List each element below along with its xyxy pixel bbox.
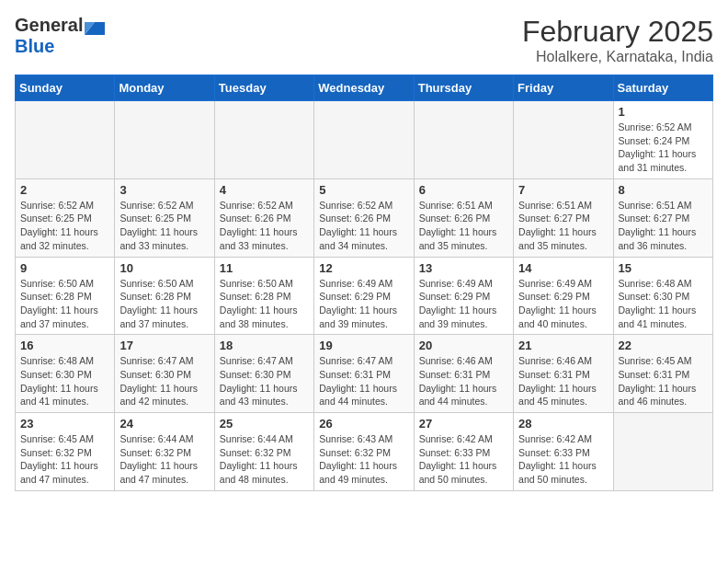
calendar-week-row: 1Sunrise: 6:52 AM Sunset: 6:24 PM Daylig… — [16, 101, 713, 179]
logo-blue: Blue — [15, 36, 105, 57]
calendar-cell: 22Sunrise: 6:45 AM Sunset: 6:31 PM Dayli… — [613, 335, 712, 413]
col-header-saturday: Saturday — [613, 75, 712, 101]
day-info: Sunrise: 6:51 AM Sunset: 6:27 PM Dayligh… — [619, 199, 708, 253]
calendar-cell: 2Sunrise: 6:52 AM Sunset: 6:25 PM Daylig… — [16, 178, 115, 257]
day-number: 2 — [20, 183, 109, 197]
calendar-week-row: 23Sunrise: 6:45 AM Sunset: 6:32 PM Dayli… — [16, 413, 713, 491]
day-number: 8 — [619, 183, 708, 197]
calendar-cell: 1Sunrise: 6:52 AM Sunset: 6:24 PM Daylig… — [613, 101, 712, 179]
day-number: 5 — [319, 183, 408, 197]
calendar-header-row: SundayMondayTuesdayWednesdayThursdayFrid… — [16, 75, 713, 101]
calendar-cell — [414, 101, 513, 179]
day-number: 18 — [220, 339, 309, 352]
calendar-cell: 15Sunrise: 6:48 AM Sunset: 6:30 PM Dayli… — [613, 257, 712, 335]
day-number: 15 — [619, 261, 708, 275]
day-info: Sunrise: 6:47 AM Sunset: 6:30 PM Dayligh… — [119, 354, 209, 408]
title-block: February 2025 Holalkere, Karnataka, Indi… — [522, 15, 713, 65]
calendar-cell: 10Sunrise: 6:50 AM Sunset: 6:28 PM Dayli… — [115, 257, 214, 335]
calendar-table: SundayMondayTuesdayWednesdayThursdayFrid… — [15, 75, 713, 491]
col-header-monday: Monday — [115, 75, 214, 101]
calendar-cell: 17Sunrise: 6:47 AM Sunset: 6:30 PM Dayli… — [115, 335, 214, 413]
day-info: Sunrise: 6:45 AM Sunset: 6:31 PM Dayligh… — [619, 354, 708, 408]
day-info: Sunrise: 6:49 AM Sunset: 6:29 PM Dayligh… — [319, 277, 408, 331]
day-number: 20 — [419, 339, 508, 352]
calendar-cell: 25Sunrise: 6:44 AM Sunset: 6:32 PM Dayli… — [214, 413, 313, 491]
day-number: 6 — [419, 183, 508, 197]
calendar-cell: 20Sunrise: 6:46 AM Sunset: 6:31 PM Dayli… — [414, 335, 513, 413]
day-number: 4 — [220, 183, 309, 197]
calendar-cell — [613, 413, 712, 491]
calendar-cell: 11Sunrise: 6:50 AM Sunset: 6:28 PM Dayli… — [214, 257, 313, 335]
month-title: February 2025 — [522, 15, 713, 49]
day-info: Sunrise: 6:42 AM Sunset: 6:33 PM Dayligh… — [419, 432, 508, 487]
day-number: 11 — [220, 261, 309, 275]
day-info: Sunrise: 6:46 AM Sunset: 6:31 PM Dayligh… — [419, 354, 508, 408]
day-number: 17 — [119, 339, 209, 352]
day-info: Sunrise: 6:46 AM Sunset: 6:31 PM Dayligh… — [518, 354, 608, 408]
day-info: Sunrise: 6:44 AM Sunset: 6:32 PM Dayligh… — [220, 432, 309, 487]
calendar-cell: 8Sunrise: 6:51 AM Sunset: 6:27 PM Daylig… — [613, 178, 712, 257]
calendar-cell: 19Sunrise: 6:47 AM Sunset: 6:31 PM Dayli… — [314, 335, 414, 413]
day-info: Sunrise: 6:42 AM Sunset: 6:33 PM Dayligh… — [518, 432, 608, 487]
day-info: Sunrise: 6:52 AM Sunset: 6:25 PM Dayligh… — [119, 199, 209, 253]
calendar-cell: 14Sunrise: 6:49 AM Sunset: 6:29 PM Dayli… — [514, 257, 613, 335]
day-number: 9 — [20, 261, 109, 275]
calendar-cell: 26Sunrise: 6:43 AM Sunset: 6:32 PM Dayli… — [314, 413, 414, 491]
day-number: 27 — [419, 417, 508, 431]
day-info: Sunrise: 6:50 AM Sunset: 6:28 PM Dayligh… — [119, 277, 209, 331]
calendar-cell: 18Sunrise: 6:47 AM Sunset: 6:30 PM Dayli… — [214, 335, 313, 413]
calendar-cell: 7Sunrise: 6:51 AM Sunset: 6:27 PM Daylig… — [514, 178, 613, 257]
day-info: Sunrise: 6:47 AM Sunset: 6:30 PM Dayligh… — [220, 354, 309, 408]
calendar-cell: 16Sunrise: 6:48 AM Sunset: 6:30 PM Dayli… — [16, 335, 115, 413]
day-number: 3 — [119, 183, 209, 197]
day-info: Sunrise: 6:47 AM Sunset: 6:31 PM Dayligh… — [319, 354, 408, 408]
day-info: Sunrise: 6:48 AM Sunset: 6:30 PM Dayligh… — [20, 354, 109, 408]
day-number: 21 — [518, 339, 608, 352]
day-info: Sunrise: 6:48 AM Sunset: 6:30 PM Dayligh… — [619, 277, 708, 331]
calendar-week-row: 2Sunrise: 6:52 AM Sunset: 6:25 PM Daylig… — [16, 178, 713, 257]
day-number: 7 — [518, 183, 608, 197]
day-info: Sunrise: 6:52 AM Sunset: 6:24 PM Dayligh… — [619, 121, 708, 175]
page-header: General Blue February 2025 Holalkere, Ka… — [15, 15, 713, 65]
day-number: 24 — [119, 417, 209, 431]
day-info: Sunrise: 6:50 AM Sunset: 6:28 PM Dayligh… — [220, 277, 309, 331]
calendar-cell — [514, 101, 613, 179]
day-number: 12 — [319, 261, 408, 275]
calendar-cell: 3Sunrise: 6:52 AM Sunset: 6:25 PM Daylig… — [115, 178, 214, 257]
col-header-wednesday: Wednesday — [314, 75, 414, 101]
calendar-cell: 24Sunrise: 6:44 AM Sunset: 6:32 PM Dayli… — [115, 413, 214, 491]
calendar-cell — [16, 101, 115, 179]
calendar-cell — [214, 101, 313, 179]
col-header-thursday: Thursday — [414, 75, 513, 101]
calendar-cell — [115, 101, 214, 179]
col-header-friday: Friday — [514, 75, 613, 101]
calendar-week-row: 16Sunrise: 6:48 AM Sunset: 6:30 PM Dayli… — [16, 335, 713, 413]
day-info: Sunrise: 6:51 AM Sunset: 6:27 PM Dayligh… — [518, 199, 608, 253]
calendar-cell: 5Sunrise: 6:52 AM Sunset: 6:26 PM Daylig… — [314, 178, 414, 257]
calendar-cell: 9Sunrise: 6:50 AM Sunset: 6:28 PM Daylig… — [16, 257, 115, 335]
day-number: 22 — [619, 339, 708, 352]
day-info: Sunrise: 6:52 AM Sunset: 6:26 PM Dayligh… — [220, 199, 309, 253]
day-info: Sunrise: 6:50 AM Sunset: 6:28 PM Dayligh… — [20, 277, 109, 331]
day-number: 14 — [518, 261, 608, 275]
day-number: 25 — [220, 417, 309, 431]
location: Holalkere, Karnataka, India — [522, 49, 713, 65]
day-info: Sunrise: 6:51 AM Sunset: 6:26 PM Dayligh… — [419, 199, 508, 253]
day-number: 28 — [518, 417, 608, 431]
day-info: Sunrise: 6:52 AM Sunset: 6:25 PM Dayligh… — [20, 199, 109, 253]
logo: General Blue — [15, 15, 105, 57]
col-header-sunday: Sunday — [16, 75, 115, 101]
day-number: 1 — [619, 105, 708, 119]
calendar-cell: 13Sunrise: 6:49 AM Sunset: 6:29 PM Dayli… — [414, 257, 513, 335]
day-info: Sunrise: 6:44 AM Sunset: 6:32 PM Dayligh… — [119, 432, 209, 487]
col-header-tuesday: Tuesday — [214, 75, 313, 101]
day-info: Sunrise: 6:49 AM Sunset: 6:29 PM Dayligh… — [419, 277, 508, 331]
day-info: Sunrise: 6:49 AM Sunset: 6:29 PM Dayligh… — [518, 277, 608, 331]
day-number: 19 — [319, 339, 408, 352]
calendar-cell: 21Sunrise: 6:46 AM Sunset: 6:31 PM Dayli… — [514, 335, 613, 413]
day-number: 26 — [319, 417, 408, 431]
calendar-cell: 23Sunrise: 6:45 AM Sunset: 6:32 PM Dayli… — [16, 413, 115, 491]
calendar-cell — [314, 101, 414, 179]
calendar-cell: 27Sunrise: 6:42 AM Sunset: 6:33 PM Dayli… — [414, 413, 513, 491]
day-info: Sunrise: 6:45 AM Sunset: 6:32 PM Dayligh… — [20, 432, 109, 487]
